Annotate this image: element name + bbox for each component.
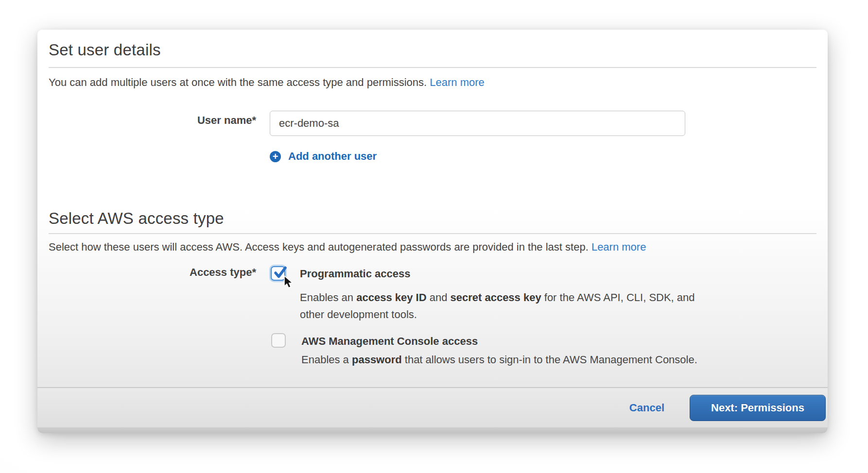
page-title: Set user details — [49, 39, 161, 61]
wizard-footer: Cancel Next: Permissions — [37, 387, 828, 427]
panel-content: Set user details You can add multiple us… — [37, 30, 828, 387]
mouse-pointer-icon — [280, 274, 295, 289]
divider — [49, 67, 816, 68]
next-permissions-button[interactable]: Next: Permissions — [690, 395, 826, 421]
user-name-label: User name* — [49, 114, 256, 127]
learn-more-link-user-details[interactable]: Learn more — [430, 76, 485, 88]
plus-circle-icon: + — [270, 151, 281, 162]
user-details-description: You can add multiple users at once with … — [49, 76, 485, 89]
user-name-input[interactable] — [270, 111, 685, 136]
description-line: other development tools. — [300, 306, 695, 323]
description-line: Enables an access key ID and secret acce… — [300, 289, 695, 306]
add-another-user-label: Add another user — [288, 150, 377, 163]
access-type-description: Select how these users will access AWS. … — [49, 241, 646, 253]
console-access-checkbox[interactable] — [271, 333, 286, 348]
access-type-description-text: Select how these users will access AWS. … — [49, 241, 589, 253]
description-line: Enables a password that allows users to … — [301, 351, 697, 368]
add-another-user-button[interactable]: + Add another user — [270, 150, 377, 163]
access-type-label: Access type* — [49, 266, 256, 279]
learn-more-link-access-type[interactable]: Learn more — [591, 241, 646, 253]
programmatic-access-option-description: Enables an access key ID and secret acce… — [300, 289, 695, 323]
cancel-button[interactable]: Cancel — [629, 402, 664, 414]
user-details-description-text: You can add multiple users at once with … — [49, 76, 427, 88]
console-access-option-label[interactable]: AWS Management Console access — [301, 335, 478, 348]
console-access-option-description: Enables a password that allows users to … — [301, 351, 697, 368]
set-user-details-panel: Set user details You can add multiple us… — [37, 30, 828, 433]
access-type-section-title: Select AWS access type — [49, 208, 224, 229]
divider — [49, 233, 816, 234]
panel-bottom-edge — [37, 427, 828, 433]
programmatic-access-option-label[interactable]: Programmatic access — [300, 268, 410, 280]
